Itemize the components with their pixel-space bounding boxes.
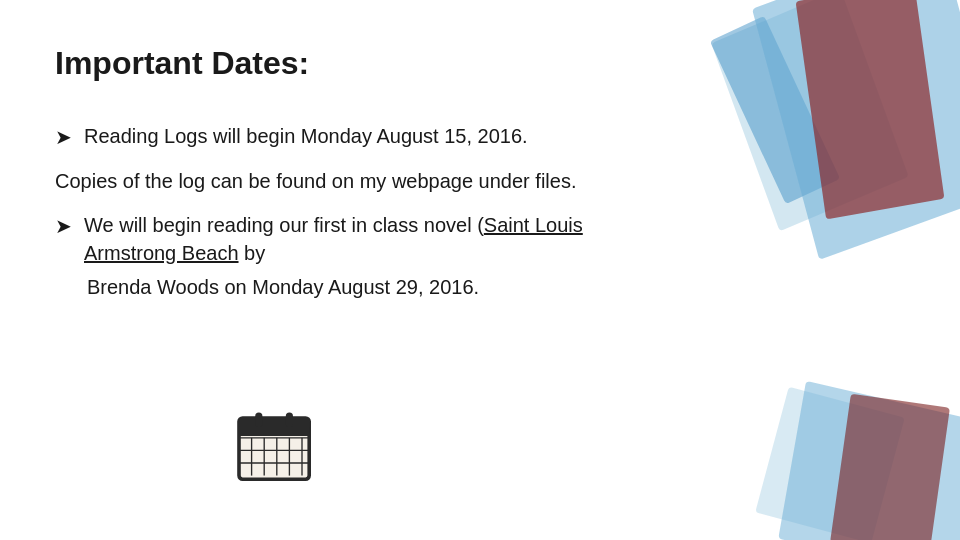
- slide: Important Dates: ➤ Reading Logs will beg…: [0, 0, 960, 540]
- svg-rect-4: [286, 413, 293, 427]
- slide-content: Important Dates: ➤ Reading Logs will beg…: [0, 0, 680, 540]
- deco-top-right: [640, 0, 960, 280]
- plain-line-2: Brenda Woods on Monday August 29, 2016.: [87, 273, 630, 301]
- deco-blue-large: [752, 0, 960, 260]
- novel-suffix: by: [239, 242, 266, 264]
- bullet-item-2: ➤ We will begin reading our first in cla…: [55, 211, 630, 267]
- novel-prefix: We will begin reading our first in class…: [84, 214, 484, 236]
- bullet-arrow-1: ➤: [55, 123, 72, 151]
- bullet-text-2: We will begin reading our first in class…: [84, 211, 630, 267]
- deco-red-top: [796, 0, 945, 219]
- plain-line-1: Copies of the log can be found on my web…: [55, 167, 630, 195]
- bullet-item-1: ➤ Reading Logs will begin Monday August …: [55, 122, 630, 151]
- deco-blue-thin: [710, 16, 840, 204]
- bullet-arrow-2: ➤: [55, 212, 72, 240]
- deco-bottom-right: [680, 340, 960, 540]
- bullet-text-1: Reading Logs will begin Monday August 15…: [84, 122, 528, 150]
- svg-rect-3: [255, 413, 262, 427]
- slide-title: Important Dates:: [55, 45, 630, 82]
- deco-br-blue2: [755, 387, 905, 540]
- deco-br-red: [830, 394, 950, 540]
- calendar-icon: [230, 400, 320, 490]
- deco-br-blue1: [778, 381, 960, 540]
- deco-blue-medium: [711, 0, 908, 231]
- svg-rect-2: [239, 427, 309, 436]
